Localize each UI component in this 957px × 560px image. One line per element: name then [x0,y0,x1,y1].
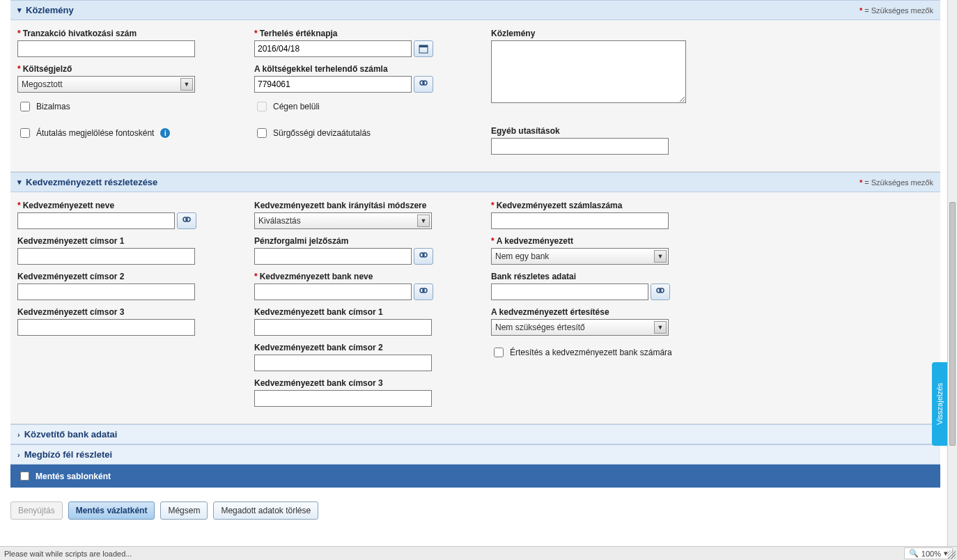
atutalas-fontos-label: Átutalás megjelölése fontosként [36,128,154,138]
tranz-ref-input[interactable] [17,40,195,57]
section-title: Közlemény [26,5,74,15]
label-a-kedv: *A kedvezményezett [491,236,707,246]
cim1-input[interactable] [17,248,195,265]
bank-irany-select[interactable]: Kiválasztás ▼ [254,212,432,229]
button-row: Benyújtás Mentés vázlatként Mégsem Megad… [10,488,940,540]
label-bank-cim3: Kedvezményezett bank címsor 3 [254,378,470,388]
save-as-template-checkbox[interactable] [20,472,29,481]
bank-cim1-input[interactable] [254,319,432,336]
cim2-input[interactable] [17,283,195,300]
label-szamlaszam: *Kedvezményezett számlaszáma [491,201,707,210]
feedback-tab[interactable]: Visszajelzés [932,362,947,446]
bank-cim3-input[interactable] [254,390,432,407]
terheles-input[interactable] [254,40,412,57]
label-koltseg-szamla: A költségekkel terhelendő számla [254,64,470,74]
info-icon[interactable]: i [160,128,170,138]
zoom-control[interactable]: 🔍 100% ▾ [904,547,953,559]
section-header-kozlemeny[interactable]: ▾ Közlemény * = Szükséges mezők [10,0,940,20]
search-icon[interactable] [414,248,433,265]
bank-irany-value: Kiválasztás [258,216,301,226]
cegen-belul-checkbox [257,102,267,111]
section-header-kedv[interactable]: ▾ Kedvezményezett részletezése * = Szüks… [10,172,940,192]
chevron-down-icon: ▼ [180,78,193,91]
label-ertesites: A kedvezményezett értesítése [491,307,707,317]
cancel-button[interactable]: Mégsem [160,501,208,520]
svg-point-5 [186,217,190,221]
zoom-value: 100% [921,550,941,558]
label-bank-cim2: Kedvezményezett bank címsor 2 [254,343,470,352]
ertesites-select[interactable]: Nem szükséges értesítő ▼ [491,319,669,336]
chevron-down-icon: ▼ [654,321,667,334]
cegen-belul-label: Cégen belüli [273,102,320,111]
section-header-megbizo[interactable]: › Megbízó fél részletei [10,444,940,465]
ertesites-bank-row: Értesítés a kedvezményezett bank számára [491,345,707,359]
template-bar: Mentés sablonként [10,465,940,488]
required-note: * = Szükséges mezők [859,6,933,15]
search-icon[interactable] [414,76,433,93]
label-tranz-ref: *Tranzakció hivatkozási szám [17,29,233,38]
label-cim2: Kedvezményezett címsor 2 [17,272,233,281]
search-icon[interactable] [177,212,196,229]
chevron-right-icon: › [17,451,20,459]
chevron-right-icon: › [17,430,20,439]
label-bank-irany: Kedvezményezett bank irányítási módszere [254,201,470,210]
section-title: Megbízó fél részletei [24,449,112,460]
svg-point-11 [660,288,664,293]
calendar-icon[interactable] [414,40,433,57]
a-kedv-select[interactable]: Nem egy bank ▼ [491,248,669,265]
egyeb-input[interactable] [491,138,669,155]
search-icon[interactable] [651,283,670,300]
kedv-nev-input[interactable] [17,212,175,229]
ertesites-bank-label: Értesítés a kedvezményezett bank számára [510,348,672,357]
atutalas-fontos-row: Átutalás megjelölése fontosként i [17,126,233,140]
label-bank-neve: *Kedvezményezett bank neve [254,272,470,281]
section-body-kedv: *Kedvezményezett neve Kedvezményezett cí… [10,192,940,424]
resize-grip-icon[interactable] [947,550,956,559]
bank-reszletes-input[interactable] [491,283,648,300]
ertesites-bank-checkbox[interactable] [494,348,504,357]
svg-point-7 [423,253,427,257]
koltsegjelzo-value: Megosztott [22,79,63,89]
label-egyeb: Egyéb utasítások [491,126,707,136]
cim3-input[interactable] [17,319,195,336]
chevron-down-icon: ▾ [17,178,22,187]
szamlaszam-input[interactable] [491,212,669,229]
outer-scrollbar[interactable] [947,0,957,546]
bank-neve-input[interactable] [254,283,412,300]
penzforgalmi-input[interactable] [254,248,412,265]
section-header-kozvetito[interactable]: › Közvetítő bank adatai [10,424,940,444]
kozlemeny-textarea[interactable] [491,40,686,103]
clear-button[interactable]: Megadott adatok törlése [213,501,318,520]
surgossegi-checkbox[interactable] [257,128,267,138]
a-kedv-value: Nem egy bank [495,251,549,261]
bizalmas-checkbox-row: Bizalmas [17,100,233,114]
bank-cim2-input[interactable] [254,355,432,371]
label-koltsegjelzo: *Költségjelző [17,64,233,74]
status-text: Please wait while scripts are loaded... [4,550,132,558]
label-bank-reszletes: Bank részletes adatai [491,272,707,281]
save-draft-button[interactable]: Mentés vázlatként [68,501,155,520]
koltseg-szamla-input[interactable] [254,76,412,93]
main-scroll-area[interactable]: ▾ Közlemény * = Szükséges mezők *Tranzak… [0,0,947,546]
chevron-down-icon: ▼ [417,215,430,227]
label-cim1: Kedvezményezett címsor 1 [17,236,233,246]
section-title: Közvetítő bank adatai [24,429,118,440]
save-as-template-label: Mentés sablonként [36,472,111,481]
scrollbar-thumb[interactable] [949,202,956,446]
label-bank-cim1: Kedvezményezett bank címsor 1 [254,307,470,317]
atutalas-fontos-checkbox[interactable] [20,128,30,138]
label-penzforgalmi: Pénzforgalmi jelzőszám [254,236,470,246]
koltsegjelzo-select[interactable]: Megosztott ▼ [17,76,195,93]
zoom-icon: 🔍 [909,549,919,558]
ertesites-value: Nem szükséges értesítő [495,322,585,332]
bizalmas-label: Bizalmas [36,102,70,111]
surgossegi-row: Sürgősségi devizaátutalás [254,126,470,140]
section-body-kozlemeny: *Tranzakció hivatkozási szám *Költségjel… [10,20,940,172]
svg-point-3 [423,81,427,85]
search-icon[interactable] [414,283,433,300]
svg-point-9 [423,288,427,293]
bizalmas-checkbox[interactable] [20,102,30,111]
svg-rect-1 [419,45,428,47]
label-cim3: Kedvezményezett címsor 3 [17,307,233,317]
status-bar: Please wait while scripts are loaded... … [0,546,957,560]
